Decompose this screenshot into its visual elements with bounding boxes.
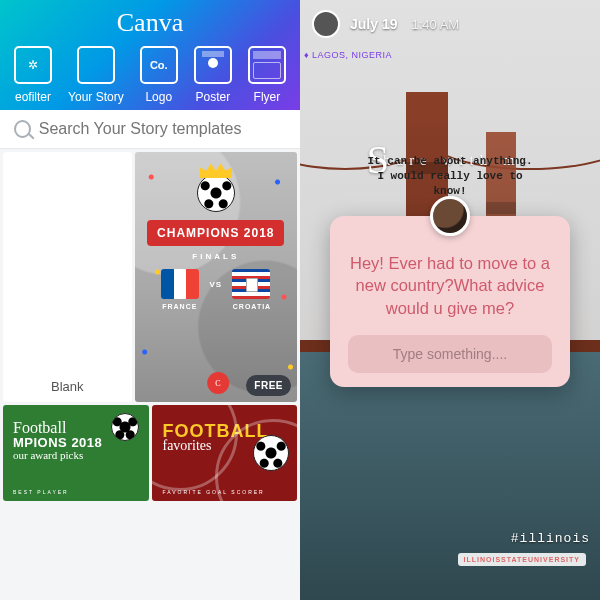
green-line3: our award picks <box>13 449 139 461</box>
soccer-ball-icon <box>197 174 235 212</box>
sub-line: I would really love to <box>300 169 600 184</box>
team-labels: FRANCE CROATIA <box>161 303 271 310</box>
type-label: Logo <box>145 90 172 104</box>
champions-title: CHAMPIONS 2018 <box>147 220 284 246</box>
vs-label: VS <box>209 280 222 289</box>
match-row: VS <box>161 269 270 299</box>
type-geofilter[interactable]: eofilter <box>14 46 52 104</box>
team-a-label: FRANCE <box>161 303 199 310</box>
canva-logo: Canva <box>0 8 300 38</box>
flag-france-icon <box>161 269 199 299</box>
type-label: eofilter <box>15 90 51 104</box>
avatar[interactable] <box>312 10 340 38</box>
search-input[interactable] <box>39 120 286 138</box>
type-label: Flyer <box>254 90 281 104</box>
share-subtitle: It can be about anything. I would really… <box>300 154 600 199</box>
type-poster[interactable]: Poster <box>194 46 232 104</box>
sub-line: It can be about anything. <box>300 154 600 169</box>
university-tag[interactable]: ILLINOISSTATEUNIVERSITY <box>458 553 586 566</box>
blank-label: Blank <box>51 379 84 394</box>
type-your-story[interactable]: Your Story <box>68 46 124 104</box>
soccer-ball-icon <box>253 435 289 471</box>
template-blank[interactable]: Blank <box>3 152 132 402</box>
team-b-label: CROATIA <box>233 303 271 310</box>
template-grid: Blank CHAMPIONS 2018 FINALS VS FRANCE <box>0 149 300 600</box>
type-logo[interactable]: Co. Logo <box>140 46 178 104</box>
free-badge: FREE <box>246 375 291 396</box>
template-champions-2018[interactable]: CHAMPIONS 2018 FINALS VS FRANCE CROATIA … <box>135 152 297 402</box>
story-date: July 19 <box>350 16 397 32</box>
avatar[interactable] <box>430 196 470 236</box>
red-tiny: FAVORITE GOAL SCORER <box>162 489 264 495</box>
story-header: July 19 1:40 AM <box>300 0 600 48</box>
story-time: 1:40 AM <box>411 17 459 32</box>
champions-subtitle: FINALS <box>192 252 239 261</box>
logo-icon: Co. <box>140 46 178 84</box>
template-football-red[interactable]: FOOTBALL favorites FAVORITE GOAL SCORER <box>152 405 297 501</box>
your-story-icon <box>77 46 115 84</box>
crown-icon <box>200 160 232 178</box>
question-input[interactable]: Type something.... <box>348 335 552 373</box>
red-line1: FOOTBALL <box>162 421 287 442</box>
canva-brand-badge: C <box>207 372 229 394</box>
red-line2: favorites <box>162 438 287 454</box>
hashtag[interactable]: #illinois <box>511 531 590 546</box>
search-bar[interactable] <box>0 110 300 149</box>
flag-croatia-icon <box>232 269 270 299</box>
design-type-row: eofilter Your Story Co. Logo Poster Flye… <box>0 46 300 106</box>
story-photo[interactable]: ♦ LAGOS, NIGERIA Share with me It can be… <box>300 0 600 600</box>
search-icon <box>14 120 31 138</box>
poster-icon <box>194 46 232 84</box>
canva-header: Canva eofilter Your Story Co. Logo Poste… <box>0 0 300 110</box>
green-tiny: BEST PLAYER <box>13 489 69 495</box>
geofilter-icon <box>14 46 52 84</box>
question-card: Hey! Ever had to move to a new country?W… <box>330 216 570 387</box>
question-text: Hey! Ever had to move to a new country?W… <box>348 252 552 319</box>
instagram-story: ♦ LAGOS, NIGERIA Share with me It can be… <box>300 0 600 600</box>
location-tag[interactable]: ♦ LAGOS, NIGERIA <box>304 50 392 60</box>
template-football-green[interactable]: Football MPIONS 2018 our award picks BES… <box>3 405 149 501</box>
type-label: Your Story <box>68 90 124 104</box>
canva-app: Canva eofilter Your Story Co. Logo Poste… <box>0 0 300 600</box>
flyer-icon <box>248 46 286 84</box>
type-flyer[interactable]: Flyer <box>248 46 286 104</box>
type-label: Poster <box>196 90 231 104</box>
